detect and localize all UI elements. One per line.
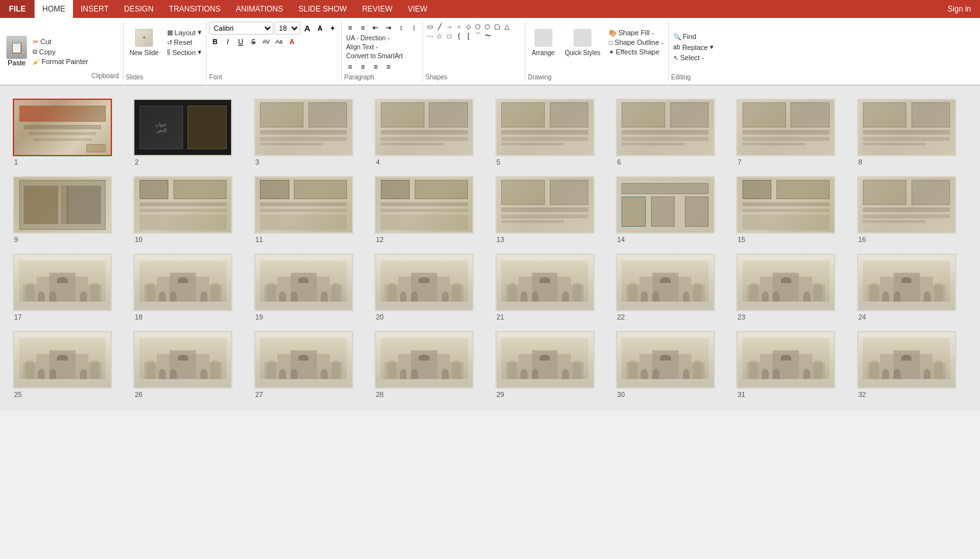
diamond-shape[interactable]: ◇: [464, 22, 473, 31]
chevron-shape[interactable]: ⋯: [426, 31, 435, 40]
slide-item-12[interactable]: 12: [374, 176, 485, 243]
left-align-button[interactable]: ≡: [344, 61, 356, 72]
slide-item-2[interactable]: عنوانالنص 2: [133, 99, 243, 166]
rounded-rect-shape[interactable]: ▢: [493, 22, 502, 31]
arc-shape[interactable]: ⌒: [474, 31, 483, 40]
oval-shape[interactable]: ○: [454, 22, 463, 31]
line-shape[interactable]: ╱: [435, 22, 444, 31]
slide-item-8[interactable]: 8: [857, 99, 967, 166]
slide-item-9[interactable]: 9: [13, 176, 123, 243]
tab-animations[interactable]: ANIMATIONS: [228, 0, 291, 18]
center-align-button[interactable]: ≡: [357, 61, 369, 72]
font-size-select[interactable]: 18: [275, 22, 300, 35]
slide-item-31[interactable]: 31: [736, 331, 846, 398]
bracket-shape[interactable]: [: [464, 31, 473, 40]
select-button[interactable]: ↖ Select -: [671, 53, 716, 62]
slide-item-15[interactable]: 15: [736, 176, 846, 243]
slide-item-5[interactable]: 5: [495, 99, 606, 166]
slide-item-24[interactable]: 24: [857, 254, 967, 321]
italic-button[interactable]: I: [222, 36, 234, 47]
hexagon-shape[interactable]: ⬡: [483, 22, 492, 31]
callout-shape[interactable]: □: [445, 31, 454, 40]
slide-item-1[interactable]: 1: [13, 99, 123, 166]
shape-outline-button[interactable]: □ Shape Outline -: [607, 38, 665, 47]
line-spacing-button[interactable]: ↕: [396, 22, 407, 33]
slide-item-18[interactable]: 18: [133, 254, 243, 321]
font-color-button[interactable]: A: [286, 36, 298, 47]
text-direction-button[interactable]: UA - Direction -: [344, 34, 392, 42]
tab-review[interactable]: REVIEW: [355, 0, 400, 18]
slide-item-6[interactable]: 6: [616, 99, 726, 166]
decrease-indent-button[interactable]: ⇤: [370, 22, 382, 33]
tab-slideshow[interactable]: SLIDE SHOW: [291, 0, 354, 18]
cut-button[interactable]: ✂ Cut: [31, 37, 90, 47]
shape-effects-button[interactable]: ✦ Effects Shape: [607, 47, 665, 56]
slide-item-17[interactable]: 17: [13, 254, 123, 321]
change-case-button[interactable]: Aa: [273, 36, 285, 47]
bold-button[interactable]: B: [209, 36, 221, 47]
right-align-button[interactable]: ≡: [370, 61, 382, 72]
slide-item-11[interactable]: 11: [254, 176, 364, 243]
increase-font-button[interactable]: A: [301, 22, 313, 34]
star-shape[interactable]: ☆: [435, 31, 444, 40]
slide-number-13: 13: [495, 236, 504, 243]
slide-item-25[interactable]: 25: [13, 331, 123, 398]
reset-button[interactable]: ↺ Reset: [165, 38, 204, 47]
align-text-button[interactable]: Align Text -: [344, 43, 380, 51]
paste-button[interactable]: 📋 Paste: [3, 22, 31, 81]
slide-item-23[interactable]: 23: [736, 254, 846, 321]
tab-insert[interactable]: INSERT: [73, 0, 116, 18]
slide-item-21[interactable]: 21: [495, 254, 606, 321]
clear-format-button[interactable]: ✦: [327, 22, 339, 34]
strikethrough-button[interactable]: S: [248, 36, 259, 47]
slide-item-19[interactable]: 19: [254, 254, 364, 321]
justify-button[interactable]: ≡: [383, 61, 394, 72]
tab-transitions[interactable]: TRANSITIONS: [161, 0, 229, 18]
slide-item-29[interactable]: 29: [495, 331, 606, 398]
slide-item-22[interactable]: 22: [616, 254, 726, 321]
tab-home[interactable]: HOME: [35, 0, 73, 18]
format-painter-button[interactable]: 🖌 Format Painter: [31, 57, 90, 66]
rect-shape[interactable]: ▭: [426, 22, 435, 31]
arrow-shape[interactable]: →: [445, 22, 454, 31]
underline-button[interactable]: U: [235, 36, 246, 47]
convert-smartart-button[interactable]: Convert to SmartArt: [344, 52, 405, 60]
bullets-button[interactable]: ≡: [344, 22, 356, 33]
slide-item-16[interactable]: 16: [857, 176, 967, 243]
slide-item-26[interactable]: 26: [133, 331, 243, 398]
slide-item-30[interactable]: 30: [616, 331, 726, 398]
slide-item-7[interactable]: 7: [736, 99, 846, 166]
find-button[interactable]: 🔍 Find: [671, 32, 716, 41]
triangle-shape[interactable]: △: [502, 22, 511, 31]
copy-button[interactable]: ⧉ Copy: [31, 47, 90, 56]
section-button[interactable]: § Section ▾: [165, 47, 204, 57]
shape-fill-button[interactable]: 🎨 Shape Fill -: [607, 28, 665, 37]
layout-button[interactable]: ▦ Layout ▾: [165, 28, 204, 37]
slide-item-32[interactable]: 32: [857, 331, 967, 398]
quick-styles-button[interactable]: Quick Styles: [561, 22, 604, 63]
sign-in-button[interactable]: Sign in: [938, 0, 980, 18]
increase-indent-button[interactable]: ⇥: [383, 22, 394, 33]
slide-item-20[interactable]: 20: [374, 254, 485, 321]
arrange-button[interactable]: Arrange: [528, 22, 559, 63]
slide-item-14[interactable]: 14: [616, 176, 726, 243]
tab-design[interactable]: DESIGN: [116, 0, 161, 18]
slide-item-3[interactable]: 3: [254, 99, 364, 166]
slide-item-13[interactable]: 13: [495, 176, 606, 243]
numbering-button[interactable]: ≡: [357, 22, 369, 33]
slide-item-28[interactable]: 28: [374, 331, 485, 398]
replace-button[interactable]: ab Replace ▾: [671, 42, 716, 52]
pentagon-shape[interactable]: ⬠: [474, 22, 483, 31]
decrease-font-button[interactable]: A: [314, 22, 326, 34]
char-spacing-button[interactable]: AV: [261, 36, 272, 47]
slide-item-4[interactable]: 4: [374, 99, 485, 166]
tab-file[interactable]: FILE: [0, 0, 35, 18]
columns-button[interactable]: ⫶: [408, 22, 420, 33]
tab-view[interactable]: VIEW: [400, 0, 435, 18]
wave-shape[interactable]: 〜: [483, 31, 492, 40]
slide-item-27[interactable]: 27: [254, 331, 364, 398]
brace-shape[interactable]: {: [454, 31, 463, 40]
font-name-select[interactable]: Calibri: [209, 22, 273, 35]
new-slide-button[interactable]: + New Slide: [126, 22, 163, 63]
slide-item-10[interactable]: 10: [133, 176, 243, 243]
